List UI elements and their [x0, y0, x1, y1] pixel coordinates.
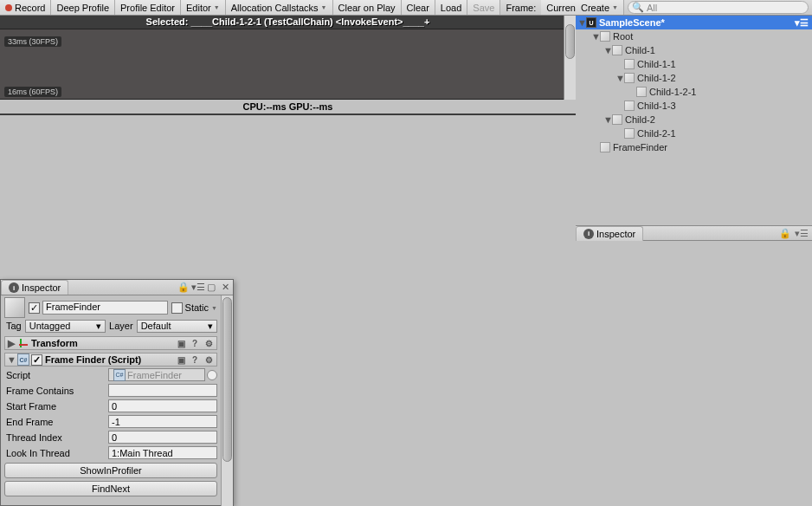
hierarchy-item-label: Child-1-2 [637, 73, 676, 83]
object-picker-icon[interactable] [207, 370, 217, 380]
options-icon[interactable]: ▾☰ [795, 228, 809, 239]
options-icon[interactable]: ▾☰ [191, 282, 203, 293]
scene-options-icon[interactable]: ▾☰ [795, 17, 809, 29]
look-in-thread-dropdown[interactable]: 1:Main Thread [108, 446, 217, 459]
hierarchy-item-label: Child-1 [625, 45, 655, 55]
layer-dropdown[interactable]: Default▾ [137, 320, 217, 333]
record-icon [5, 4, 12, 11]
inspector-scrollbar[interactable] [221, 295, 233, 506]
layer-label: Layer [107, 321, 135, 331]
component-enabled-checkbox[interactable]: ✓ [31, 354, 42, 366]
info-icon: i [9, 282, 19, 293]
inspector-tab-label: Inspector [22, 282, 61, 293]
gameobject-icon [612, 114, 622, 125]
scene-row[interactable]: ▼ U SampleScene* ▾☰ [576, 16, 812, 29]
foldout-icon[interactable]: ▼ [7, 354, 16, 365]
frame-contains-label: Frame Contains [4, 386, 108, 396]
hierarchy-item[interactable]: ▼Child-2 [576, 113, 812, 126]
end-frame-input[interactable]: -1 [108, 415, 217, 428]
gameobject-icon [636, 87, 647, 97]
script-field-value[interactable]: C#FrameFinder [108, 368, 205, 381]
hierarchy-tree: ▼ U SampleScene* ▾☰ ▼Root▼Child-1Child-1… [576, 16, 812, 224]
chevron-down-icon: ▼ [612, 4, 618, 10]
gameobject-icon [612, 45, 622, 55]
profiler-cpu-graph[interactable]: 33ms (30FPS) 16ms (60FPS) [0, 29, 576, 100]
inspector-tab[interactable]: iInspector [576, 226, 643, 241]
hierarchy-item[interactable]: Child-1-1 [576, 57, 812, 71]
hierarchy-item[interactable]: ▼Child-1 [576, 43, 812, 57]
inspector-tab[interactable]: iInspector [1, 280, 68, 295]
profiler-scrollbar[interactable] [564, 16, 576, 100]
static-toggle[interactable]: Static▼ [171, 302, 217, 314]
record-button[interactable]: Record [0, 0, 51, 15]
lock-icon[interactable]: 🔒 [779, 228, 791, 239]
allocation-callstacks-dropdown[interactable]: Allocation Callstacks▼ [226, 0, 333, 15]
find-next-button[interactable]: FindNext [4, 481, 217, 496]
gameobject-icon [600, 142, 610, 152]
editor-dropdown[interactable]: Editor▼ [181, 0, 226, 15]
hierarchy-item[interactable]: Child-1-3 [576, 99, 812, 113]
inspector-content: ✓ FrameFinder Static▼ Tag Untagged▾ Laye… [1, 295, 221, 500]
foldout-icon[interactable]: ▶ [7, 338, 16, 349]
start-frame-label: Start Frame [4, 401, 108, 412]
hierarchy-item-label: FrameFinder [613, 142, 667, 152]
gameobject-icon [624, 128, 635, 139]
create-dropdown[interactable]: Create▼ [576, 0, 624, 15]
hierarchy-item[interactable]: FrameFinder [576, 140, 812, 154]
current-button[interactable]: Curren [541, 0, 576, 15]
frame-contains-input[interactable] [108, 384, 217, 397]
chevron-down-icon[interactable]: ▼ [211, 305, 217, 311]
static-label: Static [185, 302, 209, 313]
tag-dropdown[interactable]: Untagged▾ [25, 320, 106, 333]
clear-on-play-button[interactable]: Clear on Play [333, 0, 402, 15]
alloc-label: Allocation Callstacks [231, 3, 319, 13]
hierarchy-search-input[interactable]: 🔍All [628, 1, 809, 14]
profiler-toolbar: Record Deep Profile Profile Editor Edito… [0, 0, 576, 16]
hierarchy-item[interactable]: ▼Root [576, 29, 812, 43]
look-in-thread-label: Look In Thread [4, 448, 108, 458]
script-icon: C# [17, 354, 29, 366]
deep-profile-button[interactable]: Deep Profile [51, 0, 115, 15]
scrollbar-thumb[interactable] [222, 297, 232, 462]
info-icon: i [583, 229, 594, 239]
save-button[interactable]: Save [467, 0, 500, 15]
gameobject-enabled-checkbox[interactable]: ✓ [29, 302, 40, 314]
foldout-icon[interactable]: ▼ [577, 17, 586, 28]
script-header-label: Frame Finder (Script) [45, 354, 141, 365]
clear-button[interactable]: Clear [402, 0, 435, 15]
gear-icon[interactable]: ⚙ [203, 339, 215, 348]
profiler-panel: Record Deep Profile Profile Editor Edito… [0, 0, 576, 115]
static-checkbox[interactable] [171, 302, 183, 314]
lock-icon[interactable]: 🔒 [177, 282, 190, 293]
hierarchy-item[interactable]: ▼Child-1-2 [576, 71, 812, 85]
hierarchy-item[interactable]: Child-1-2-1 [576, 85, 812, 99]
reference-icon[interactable]: ▣ [175, 355, 187, 365]
help-icon[interactable]: ? [189, 355, 201, 365]
transform-component-header[interactable]: ▶ Transform ▣?⚙ [4, 336, 217, 350]
hierarchy-item-label: Child-1-3 [637, 101, 676, 111]
layer-value: Default [141, 321, 171, 331]
help-icon[interactable]: ? [189, 339, 201, 348]
script-field-label: Script [4, 370, 108, 380]
scrollbar-thumb[interactable] [565, 24, 575, 59]
foldout-icon[interactable]: ▼ [591, 31, 600, 42]
hierarchy-item-label: Child-1-1 [637, 59, 676, 69]
close-icon[interactable]: ✕ [219, 282, 231, 293]
foldout-icon[interactable]: ▼ [603, 45, 612, 55]
gear-icon[interactable]: ⚙ [203, 355, 215, 365]
thread-index-input[interactable]: 0 [108, 431, 217, 444]
framefinder-component-header[interactable]: ▼ C# ✓ Frame Finder (Script) ▣?⚙ [4, 353, 217, 367]
profile-editor-button[interactable]: Profile Editor [115, 0, 181, 15]
maximize-icon[interactable]: ▢ [205, 282, 217, 293]
gameobject-icon[interactable] [4, 297, 25, 318]
start-frame-input[interactable]: 0 [108, 399, 217, 412]
load-button[interactable]: Load [435, 0, 467, 15]
hierarchy-item[interactable]: Child-2-1 [576, 126, 812, 140]
foldout-icon[interactable]: ▼ [603, 114, 612, 125]
show-in-profiler-button[interactable]: ShowInProfiler [4, 463, 217, 478]
chevron-down-icon: ▾ [208, 321, 213, 332]
gameobject-name-input[interactable]: FrameFinder [42, 301, 168, 315]
foldout-icon[interactable]: ▼ [615, 73, 624, 83]
unity-icon: U [586, 17, 596, 28]
reference-icon[interactable]: ▣ [175, 339, 187, 348]
